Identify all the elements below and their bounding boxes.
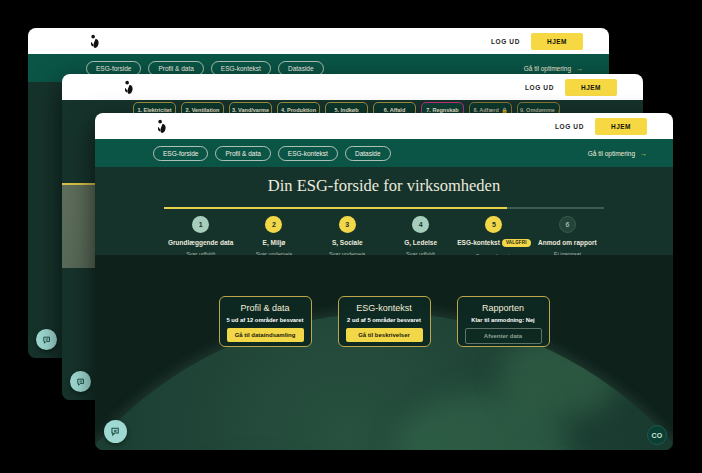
earth-section: Profil & data 5 ud af 12 områder besvare… — [95, 255, 673, 450]
brand-logo-icon — [122, 80, 136, 95]
go-to-optimization-link[interactable]: Gå til optimering → — [524, 65, 583, 72]
front-window-content: Din ESG-forside for virksomheden 1 Grund… — [95, 167, 673, 450]
step-list: 1 Grundlæggende data Svar udfyldt 2 E, M… — [164, 216, 604, 259]
optional-badge: VALGFRI — [502, 239, 531, 247]
awaiting-data-button: Afventer data — [465, 328, 542, 344]
hero-section: Din ESG-forside for virksomheden 1 Grund… — [95, 167, 673, 255]
card-title: ESG-kontekst — [339, 303, 430, 313]
progress-stepper: 1 Grundlæggende data Svar udfyldt 2 E, M… — [164, 207, 604, 259]
go-to-optimization-link[interactable]: Gå til optimering → — [588, 150, 647, 157]
log-out-button[interactable]: LOG UD — [555, 123, 584, 130]
chat-fab-button[interactable] — [70, 371, 91, 392]
status-card-row: Profil & data 5 ud af 12 områder besvare… — [95, 296, 673, 347]
step-label: Anmod om rapport — [531, 239, 604, 246]
step-label: Grundlæggende data — [164, 239, 237, 246]
go-to-optimization-label: Gå til optimering — [524, 65, 571, 72]
go-to-descriptions-button[interactable]: Gå til beskrivelser — [346, 328, 423, 342]
nav-item-profil-data[interactable]: Profil & data — [215, 146, 270, 161]
step-label-text: ESG-kontekst — [457, 239, 500, 246]
step-grundlaeggende-data: 1 Grundlæggende data Svar udfyldt — [164, 216, 237, 259]
progress-fill — [164, 207, 507, 209]
chat-fab-button[interactable] — [104, 420, 127, 443]
step-esg-kontekst: 5 ESG-kontekstVALGFRI Svar undervejs — [457, 216, 530, 259]
step-label: ESG-kontekstVALGFRI — [457, 239, 530, 248]
brand-logo-icon — [155, 119, 169, 134]
step-circle: 3 — [339, 216, 356, 233]
nav-item-esg-forside[interactable]: ESG-forside — [153, 146, 208, 161]
step-miljo: 2 E, Miljø Svar undervejs — [237, 216, 310, 259]
app-header: LOG UD HJEM — [95, 113, 673, 139]
go-to-optimization-label: Gå til optimering — [588, 150, 635, 157]
arrow-right-icon: → — [640, 150, 647, 157]
window-front: LOG UD HJEM ESG-forside Profil & data ES… — [95, 113, 673, 450]
step-ledelse: 4 G, Ledelse Svar udfyldt — [384, 216, 457, 259]
main-navbar: ESG-forside Profil & data ESG-kontekst D… — [95, 139, 673, 167]
step-label: E, Miljø — [237, 239, 310, 246]
progress-track — [164, 207, 604, 209]
step-sociale: 3 S, Sociale Svar undervejs — [311, 216, 384, 259]
card-subtitle: Klar til anmodning: Nej — [458, 317, 549, 323]
chat-icon — [110, 426, 121, 437]
log-out-button[interactable]: LOG UD — [525, 84, 554, 91]
chat-icon — [42, 335, 52, 345]
page-title: Din ESG-forside for virksomheden — [95, 176, 673, 196]
go-to-data-collection-button[interactable]: Gå til dataindsamling — [227, 328, 304, 342]
cookie-consent-badge[interactable]: CO — [647, 425, 667, 445]
card-title: Profil & data — [220, 303, 311, 313]
step-label: S, Sociale — [311, 239, 384, 246]
home-button[interactable]: HJEM — [531, 33, 583, 50]
card-esg-kontekst: ESG-kontekst 2 ud af 5 områder besvaret … — [338, 296, 431, 347]
step-circle: 6 — [559, 216, 576, 233]
home-button[interactable]: HJEM — [565, 79, 617, 96]
brand-logo-icon — [88, 34, 102, 49]
nav-item-esg-kontekst[interactable]: ESG-kontekst — [278, 146, 338, 161]
log-out-button[interactable]: LOG UD — [491, 38, 520, 45]
step-label: G, Ledelse — [384, 239, 457, 246]
nav-item-dataside[interactable]: Dataside — [345, 146, 391, 161]
app-header: LOG UD HJEM — [28, 28, 609, 54]
arrow-right-icon: → — [576, 65, 583, 72]
card-rapporten: Rapporten Klar til anmodning: Nej Afvent… — [457, 296, 550, 347]
card-title: Rapporten — [458, 303, 549, 313]
app-header: LOG UD HJEM — [62, 74, 643, 100]
step-circle: 5 — [485, 216, 502, 233]
card-subtitle: 5 ud af 12 områder besvaret — [220, 317, 311, 323]
card-subtitle: 2 ud af 5 områder besvaret — [339, 317, 430, 323]
step-circle: 4 — [412, 216, 429, 233]
step-circle: 1 — [192, 216, 209, 233]
chat-icon — [76, 377, 86, 387]
card-profil-data: Profil & data 5 ud af 12 områder besvare… — [219, 296, 312, 347]
step-circle: 2 — [265, 216, 282, 233]
chat-fab-button[interactable] — [36, 329, 57, 350]
step-anmod-rapport: 6 Anmod om rapport Ej igangsat — [531, 216, 604, 259]
home-button[interactable]: HJEM — [595, 118, 647, 135]
